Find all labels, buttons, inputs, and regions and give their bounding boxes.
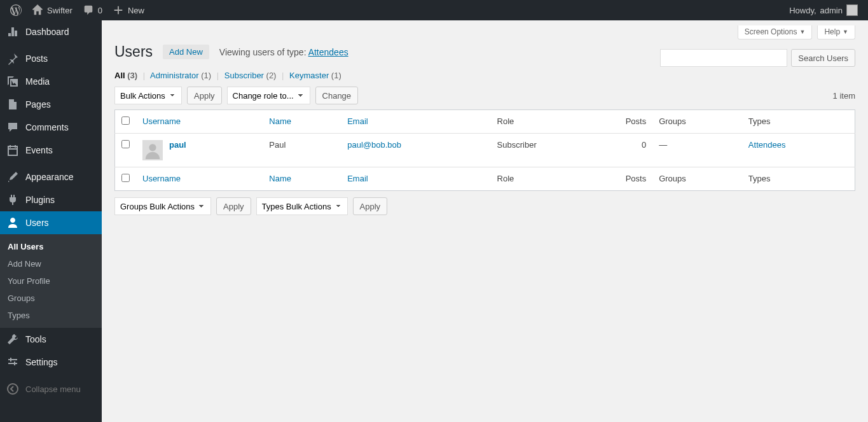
role-filter-links: All (3) | Administrator (1) | Subscriber… <box>114 71 855 80</box>
change-role-button[interactable]: Change <box>315 87 359 104</box>
wp-logo-menu[interactable] <box>5 0 27 20</box>
sidebar-item-plugins[interactable]: Plugins <box>0 188 102 211</box>
comments-menu[interactable]: 0 <box>78 0 107 20</box>
sidebar-item-label: Users <box>25 218 49 228</box>
brush-icon <box>6 171 19 183</box>
sidebar-item-pages[interactable]: Pages <box>0 93 102 116</box>
filter-administrator[interactable]: Administrator <box>150 71 199 80</box>
site-name-label: Swifter <box>47 6 72 15</box>
cell-role: Subscriber <box>491 134 609 167</box>
pin-icon <box>6 52 19 65</box>
types-bulk-select[interactable]: Types Bulk Actions <box>256 197 348 215</box>
col-role: Role <box>491 167 609 191</box>
col-posts: Posts <box>608 110 652 134</box>
sidebar-item-label: Comments <box>25 122 69 132</box>
sidebar-item-media[interactable]: Media <box>0 70 102 93</box>
calendar-icon <box>6 144 19 157</box>
plus-icon <box>113 4 124 16</box>
col-posts: Posts <box>608 167 652 191</box>
apply-types-button[interactable]: Apply <box>353 197 388 215</box>
pages-icon <box>6 98 19 111</box>
help-button[interactable]: Help ▼ <box>817 25 855 39</box>
row-checkbox[interactable] <box>121 140 130 148</box>
users-table: Username Name Email Role Posts Groups Ty… <box>114 109 855 191</box>
sidebar-item-posts[interactable]: Posts <box>0 47 102 70</box>
media-icon <box>6 75 19 88</box>
col-role: Role <box>491 110 609 134</box>
sidebar-item-label: Events <box>25 145 53 155</box>
apply-groups-button[interactable]: Apply <box>216 197 251 215</box>
item-count: 1 item <box>833 91 855 101</box>
howdy-prefix: Howdy, <box>789 6 816 15</box>
sidebar-item-label: Media <box>25 76 50 87</box>
main-content: Screen Options ▼ Help ▼ Users Add New Vi… <box>102 0 868 228</box>
comment-count-label: 0 <box>98 6 102 15</box>
select-all-checkbox-bottom[interactable] <box>121 174 130 182</box>
sidebar-item-users[interactable]: Users <box>0 211 102 228</box>
filter-subscriber[interactable]: Subscriber <box>224 71 264 80</box>
select-all-checkbox[interactable] <box>121 116 130 125</box>
home-icon <box>32 4 43 16</box>
types-link[interactable]: Attendees <box>748 140 786 150</box>
admin-bar: Swifter 0 New Howdy, admin <box>0 0 868 20</box>
col-email[interactable]: Email <box>347 174 368 183</box>
new-label: New <box>128 6 144 15</box>
col-groups: Groups <box>652 167 742 191</box>
comment-icon <box>83 4 94 16</box>
cell-posts: 0 <box>608 134 652 167</box>
avatar <box>142 140 163 160</box>
cell-groups: — <box>652 134 742 167</box>
search-users-button[interactable]: Search Users <box>791 49 855 67</box>
col-name[interactable]: Name <box>269 116 291 126</box>
my-account-menu[interactable]: Howdy, admin <box>784 0 863 20</box>
user-icon <box>6 216 19 228</box>
apply-bulk-button[interactable]: Apply <box>187 87 222 104</box>
page-title: Users <box>114 43 153 60</box>
table-row: paul Paul paul@bob.bob Subscriber 0 — At… <box>115 134 855 167</box>
sidebar-item-label: Appearance <box>25 172 74 182</box>
chevron-down-icon: ▼ <box>799 29 805 35</box>
howdy-username: admin <box>820 6 843 15</box>
col-types: Types <box>742 167 855 191</box>
email-link[interactable]: paul@bob.bob <box>347 140 401 150</box>
viewing-type-link[interactable]: Attendees <box>308 47 348 57</box>
cell-name: Paul <box>263 134 341 167</box>
change-role-select[interactable]: Change role to... <box>227 87 310 104</box>
chevron-down-icon: ▼ <box>843 29 848 35</box>
sidebar-item-label: Posts <box>25 53 48 64</box>
filter-keymaster[interactable]: Keymaster <box>289 71 329 80</box>
sidebar-item-events[interactable]: Events <box>0 139 102 162</box>
sidebar-item-label: Dashboard <box>25 27 69 37</box>
sidebar-item-label: Pages <box>25 99 51 109</box>
sidebar-item-comments[interactable]: Comments <box>0 116 102 139</box>
site-name-menu[interactable]: Swifter <box>27 0 78 20</box>
col-username[interactable]: Username <box>142 116 181 126</box>
admin-sidebar: Dashboard Posts Media Pages Comments Eve… <box>0 20 102 228</box>
sidebar-item-appearance[interactable]: Appearance <box>0 165 102 188</box>
wordpress-icon <box>10 4 22 16</box>
col-email[interactable]: Email <box>347 116 368 126</box>
bulk-actions-select[interactable]: Bulk Actions <box>114 87 182 104</box>
search-input[interactable] <box>660 49 787 67</box>
screen-options-button[interactable]: Screen Options ▼ <box>738 25 813 39</box>
col-groups: Groups <box>652 110 742 134</box>
username-link[interactable]: paul <box>169 140 186 150</box>
new-content-menu[interactable]: New <box>107 0 149 20</box>
sidebar-item-dashboard[interactable]: Dashboard <box>0 20 102 43</box>
col-types: Types <box>742 110 855 134</box>
groups-bulk-select[interactable]: Groups Bulk Actions <box>114 197 211 215</box>
sidebar-item-label: Plugins <box>25 195 55 205</box>
col-name[interactable]: Name <box>269 174 291 183</box>
plug-icon <box>6 193 19 206</box>
person-icon <box>144 141 162 159</box>
viewing-text: Viewing users of type: Attendees <box>219 47 348 57</box>
filter-all[interactable]: All (3) <box>114 71 137 80</box>
col-username[interactable]: Username <box>142 174 181 183</box>
svg-point-1 <box>149 144 156 151</box>
comment-icon <box>6 121 19 134</box>
add-new-button[interactable]: Add New <box>163 45 209 59</box>
avatar <box>846 4 858 16</box>
dashboard-icon <box>6 25 19 38</box>
